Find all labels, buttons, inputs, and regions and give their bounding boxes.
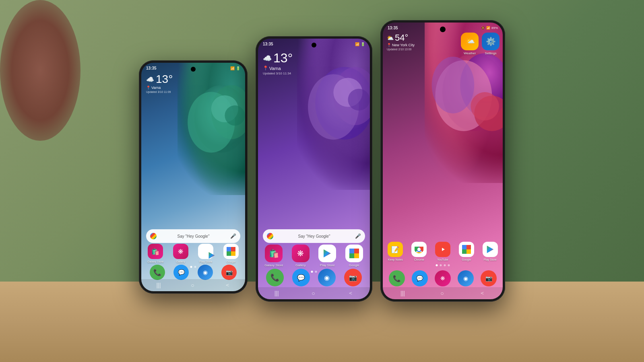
dock-pass-left[interactable]: ◉: [198, 265, 213, 280]
app-grid-right: 📝 Keep Notes: [385, 242, 500, 261]
mic-icon-center[interactable]: 🎤: [355, 233, 361, 239]
app-youtube-right[interactable]: YouTube: [433, 242, 453, 261]
svg-rect-32: [466, 249, 471, 254]
svg-rect-16: [349, 253, 354, 258]
page-dots-right: [436, 264, 450, 266]
phone-center: 13:35 📶 🔋 ☁️ 13° 📍 Varna Updated 3/10 11…: [256, 36, 372, 302]
nav-bar-center: ||| ○ ＜: [258, 287, 370, 299]
dock-left: 📞 💬 ◉ 📷: [145, 265, 241, 280]
nav-home-center[interactable]: ○: [312, 290, 315, 296]
time-right: 13:35: [388, 26, 398, 30]
search-bar-center[interactable]: Say "Hey Google" 🎤: [263, 229, 365, 243]
weather-temp-left: 13°: [156, 73, 173, 86]
status-icons-right: 🔕 📶 89%: [481, 26, 498, 30]
phone-left-screen: 13:35 📶 🔋 ☁️ 13° 📍 Varna Updated 3/10 11…: [141, 63, 245, 291]
time-left: 13:35: [146, 66, 157, 70]
dock-phone-center[interactable]: 📞: [266, 269, 284, 286]
weather-cloud-icon-left: ☁️: [146, 76, 154, 83]
wallpaper-flowers-left: [178, 63, 245, 195]
weather-location-left: 📍 Varna: [146, 86, 173, 90]
dock-camera-center[interactable]: 📷: [344, 269, 362, 286]
nav-recent-left[interactable]: |||: [156, 282, 161, 288]
camera-hole-right: [440, 27, 446, 32]
app-gallery-left[interactable]: ❋ Gallery: [170, 244, 192, 263]
svg-rect-17: [354, 253, 359, 258]
app-google-right[interactable]: Google: [456, 242, 477, 261]
phone-right: 13:35 🔕 📶 89% ⛅ 54° 📍 New York City Upda…: [380, 20, 505, 302]
nav-bar-right: ||| ○ ＜: [383, 287, 503, 299]
svg-point-26: [417, 248, 421, 251]
nav-home-left[interactable]: ○: [191, 282, 194, 288]
dock-right: 📞 💬 ❋ ◉: [385, 270, 500, 286]
weather-updated-left: Updated 3/10 11:09: [146, 90, 173, 93]
bg-blur-left: [0, 0, 80, 141]
svg-rect-29: [462, 245, 466, 249]
svg-rect-31: [462, 249, 466, 254]
nav-recent-center[interactable]: |||: [275, 290, 279, 296]
search-bar-left[interactable]: Say "Hey Google" 🎤: [146, 229, 240, 243]
dock-camera-left[interactable]: 📷: [221, 265, 237, 280]
app-grid-left: 🛍️ Galaxy Store ❋ Gallery: [144, 244, 242, 263]
app-galaxy-store-center[interactable]: 🛍️ Galaxy Store: [262, 245, 286, 267]
weather-location-right: 📍 New York City: [387, 43, 415, 47]
nav-bar-left: ||| ○ ＜: [141, 279, 245, 291]
weather-widget-center: ☁️ 13° 📍 Varna Updated 3/10 11:34: [263, 51, 293, 75]
app-google-center[interactable]: Google: [343, 245, 366, 267]
google-g-left: [150, 233, 157, 239]
app-chrome-right[interactable]: Chrome: [409, 242, 429, 261]
weather-location-center: 📍 Varna: [263, 66, 293, 71]
svg-point-22: [471, 92, 499, 120]
nav-recent-right[interactable]: |||: [400, 290, 405, 296]
nav-home-right[interactable]: ○: [440, 290, 444, 296]
app-play-store-right[interactable]: Play Store: [480, 242, 500, 261]
dock-pass-center[interactable]: ◉: [318, 269, 336, 286]
svg-rect-5: [227, 247, 231, 251]
dock-center: 📞 💬 ◉ 📷: [262, 269, 366, 286]
weather-temp-right: 54°: [395, 33, 408, 43]
svg-point-4: [225, 105, 245, 125]
svg-rect-7: [227, 251, 231, 256]
search-text-center: Say "Hey Google": [276, 234, 353, 239]
app-settings-right[interactable]: ⚙️ Settings: [482, 33, 500, 55]
phone-center-screen: 13:35 📶 🔋 ☁️ 13° 📍 Varna Updated 3/10 11…: [258, 39, 370, 299]
svg-rect-15: [354, 249, 359, 253]
dock-camera-right[interactable]: 📷: [481, 270, 497, 286]
dock-messages-center[interactable]: 💬: [292, 269, 310, 286]
app-gallery-center[interactable]: ❋ Gallery: [289, 245, 313, 267]
nav-back-left[interactable]: ＜: [225, 282, 230, 289]
mic-icon-left[interactable]: 🎤: [230, 233, 236, 239]
app-play-store-center[interactable]: Play Store: [316, 245, 339, 267]
nav-back-right[interactable]: ＜: [479, 290, 485, 297]
time-center: 13:35: [263, 42, 273, 46]
dock-messages-right[interactable]: 💬: [412, 270, 428, 286]
nav-back-center[interactable]: ＜: [348, 290, 353, 297]
phones-container: 13:35 📶 🔋 ☁️ 13° 📍 Varna Updated 3/10 11…: [139, 20, 505, 302]
dock-pass-right[interactable]: ◉: [458, 270, 474, 286]
svg-rect-30: [466, 245, 471, 249]
app-keep-right[interactable]: 📝 Keep Notes: [385, 242, 406, 261]
dock-phone-left[interactable]: 📞: [150, 265, 165, 280]
app-galaxy-store-left[interactable]: 🛍️ Galaxy Store: [144, 244, 167, 263]
app-weather-right[interactable]: 🌤️ Weather: [461, 33, 479, 55]
camera-hole-center: [312, 43, 316, 47]
weather-cloud-icon-center: ☁️: [263, 54, 272, 63]
weather-updated-right: Updated 2/10 13:00: [387, 48, 415, 51]
wallpaper-flowers-center: [297, 39, 370, 190]
svg-rect-6: [231, 247, 235, 251]
search-text-left: Say "Hey Google": [159, 234, 228, 239]
dock-phone-right[interactable]: 📞: [389, 270, 405, 286]
app-google-left[interactable]: Google: [220, 244, 242, 263]
svg-point-23: [432, 57, 475, 113]
weather-widget-left: ☁️ 13° 📍 Varna Updated 3/10 11:09: [146, 73, 173, 93]
app-play-store-left[interactable]: Play Store: [195, 244, 217, 263]
weather-sun-icon-right: ⛅: [387, 35, 394, 41]
dock-messages-left[interactable]: 💬: [173, 265, 189, 280]
dock-gallery-right[interactable]: ❋: [435, 270, 451, 286]
phone-left: 13:35 📶 🔋 ☁️ 13° 📍 Varna Updated 3/10 11…: [139, 60, 248, 294]
camera-hole-left: [191, 67, 196, 72]
weather-widget-right: ⛅ 54° 📍 New York City Updated 2/10 13:00: [387, 33, 415, 51]
weather-updated-center: Updated 3/10 11:34: [263, 72, 293, 75]
svg-point-13: [348, 89, 370, 111]
google-g-center: [267, 233, 273, 239]
app-grid-center: 🛍️ Galaxy Store ❋ Gallery: [262, 245, 366, 267]
